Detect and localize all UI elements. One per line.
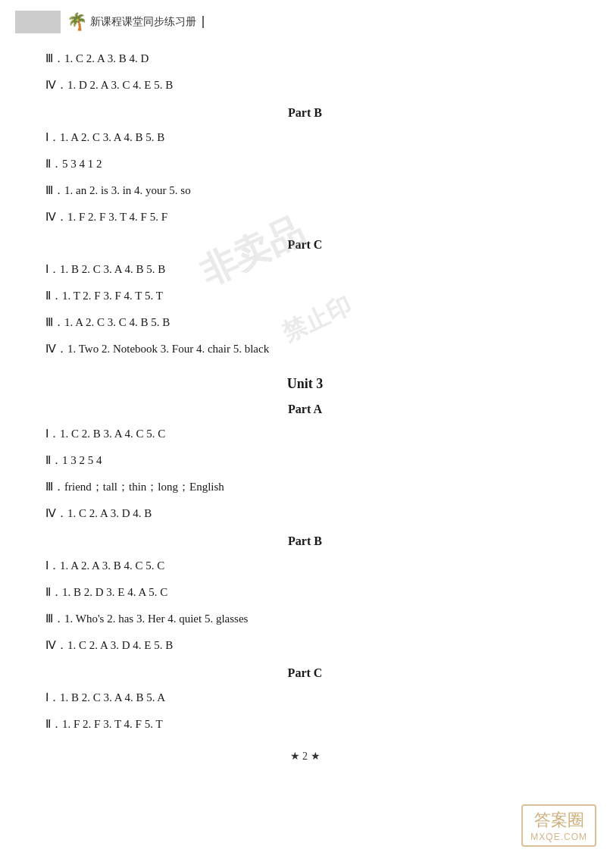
line-i-3: Ⅰ．1. C 2. B 3. A 4. C 5. C [45,424,565,444]
page-number: ★ 2 ★ [45,750,565,763]
section-title-part-b-2: Part B [45,534,565,548]
section-title-part-c-2: Part C [45,666,565,680]
line-ii-5: Ⅱ．1. F 2. F 3. T 4. F 5. T [45,714,565,735]
line-iv-3: Ⅳ．1. C 2. A 3. D 4. B [45,503,565,524]
line-i-4: Ⅰ．1. A 2. A 3. B 4. C 5. C [45,556,565,576]
header-title: 🌴 新课程课堂同步练习册 [67,12,204,32]
watermark-br-text2: MXQE.COM [530,832,587,842]
watermark-br-text1: 答案圈 [530,809,587,832]
line-ii-1: Ⅱ．5 3 4 1 2 [45,154,565,174]
line-i-1: Ⅰ．1. A 2. C 3. A 4. B 5. B [45,127,565,148]
line-iii-4: Ⅲ．1. Who's 2. has 3. Her 4. quiet 5. gla… [45,609,565,629]
watermark-bottom-right: 答案圈 MXQE.COM [521,804,596,847]
line-iv-2: Ⅳ．1. Two 2. Notebook 3. Four 4. chair 5.… [45,339,565,359]
header-divider [202,16,204,28]
line-iii-1: Ⅲ．1. an 2. is 3. in 4. your 5. so [45,180,565,201]
line-ii-3: Ⅱ．1 3 2 5 4 [45,450,565,471]
line-i-5: Ⅰ．1. B 2. C 3. A 4. B 5. A [45,688,565,708]
line-iii-2: Ⅲ．1. A 2. C 3. C 4. B 5. B [45,312,565,333]
line-iv-4: Ⅳ．1. C 2. A 3. D 4. E 5. B [45,635,565,656]
tree-icon: 🌴 [67,12,87,32]
header-title-text: 新课程课堂同步练习册 [90,15,196,29]
section-title-part-a: Part A [45,403,565,416]
main-content: Ⅲ．1. C 2. A 3. B 4. D Ⅳ．1. D 2. A 3. C 4… [0,41,610,793]
section-title-part-c-1: Part C [45,238,565,252]
line-roman4-1: Ⅳ．1. D 2. A 3. C 4. E 5. B [45,75,565,96]
line-iii-3: Ⅲ．friend；tall；thin；long；English [45,477,565,497]
unit3-title: Unit 3 [45,376,565,392]
line-roman3-1: Ⅲ．1. C 2. A 3. B 4. D [45,49,565,69]
line-ii-2: Ⅱ．1. T 2. F 3. F 4. T 5. T [45,286,565,306]
line-iv-1: Ⅳ．1. F 2. F 3. T 4. F 5. F [45,207,565,227]
section-title-part-b-1: Part B [45,106,565,120]
line-ii-4: Ⅱ．1. B 2. D 3. E 4. A 5. C [45,582,565,603]
page-container: 🌴 新课程课堂同步练习册 Ⅲ．1. C 2. A 3. B 4. D Ⅳ．1. … [0,0,610,868]
header-decoration [15,11,61,33]
line-i-2: Ⅰ．1. B 2. C 3. A 4. B 5. B [45,259,565,280]
header: 🌴 新课程课堂同步练习册 [0,0,610,41]
